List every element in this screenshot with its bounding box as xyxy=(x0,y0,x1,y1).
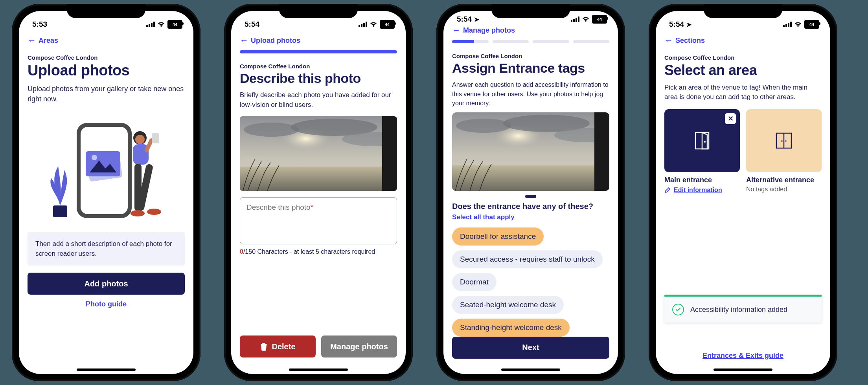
upload-illustration xyxy=(39,115,173,225)
check-icon xyxy=(672,304,684,315)
arrow-left-icon: ← xyxy=(664,36,673,45)
wifi-icon xyxy=(370,21,377,28)
venue-name: Compose Coffee London xyxy=(452,53,609,59)
back-button[interactable]: ← Upload photos xyxy=(240,36,397,45)
svg-rect-28 xyxy=(452,165,609,191)
next-button[interactable]: Next xyxy=(452,337,609,359)
venue-name: Compose Coffee London xyxy=(240,63,397,70)
photo-guide-link[interactable]: Photo guide xyxy=(86,300,127,308)
page-lead: Pick an area of the venue to tag! When t… xyxy=(664,83,822,102)
location-icon: ➤ xyxy=(474,16,479,23)
page-lead: Answer each question to add accessibilit… xyxy=(452,80,609,108)
edit-information-link[interactable]: Edit information xyxy=(664,187,740,194)
status-time: 5:54 xyxy=(457,15,472,24)
wifi-icon xyxy=(157,21,165,28)
progress-bar xyxy=(240,50,397,53)
double-door-icon xyxy=(773,130,794,151)
area-card-subtitle: No tags added xyxy=(746,186,822,193)
back-label: Upload photos xyxy=(251,37,300,45)
progress-bar xyxy=(452,40,609,43)
svg-point-15 xyxy=(147,209,161,215)
manage-photos-button[interactable]: Manage photos xyxy=(321,336,397,358)
area-card-main[interactable]: ✕ Main entrance Edit information xyxy=(664,109,740,194)
signal-icon xyxy=(571,16,579,22)
toast-success: Accessibility information added xyxy=(664,295,822,323)
phone-describe-photo: 5:54 44 ← Upload photos Compose Coffee L… xyxy=(224,4,413,381)
page-title: Describe this photo xyxy=(240,71,397,86)
phone-select-area: 5:54➤ 44 ← Sections Compose Coffee Londo… xyxy=(649,4,837,381)
door-open-icon xyxy=(691,130,713,151)
signal-icon xyxy=(146,22,155,27)
svg-rect-11 xyxy=(152,133,159,143)
tag-chip[interactable]: Doormat xyxy=(452,273,497,291)
svg-point-32 xyxy=(704,141,706,143)
status-time: 5:54 xyxy=(245,20,259,29)
placeholder-text: Describe this photo xyxy=(246,203,311,211)
back-button[interactable]: ← Sections xyxy=(664,36,822,45)
signal-icon xyxy=(359,22,367,27)
svg-point-18 xyxy=(244,123,299,137)
description-input[interactable]: Describe this photo* xyxy=(240,197,397,244)
area-card-title: Main entrance xyxy=(664,176,740,184)
pencil-icon xyxy=(664,187,671,193)
phone-assign-tags: 5:54➤ 44 ← Manage photos Compose C xyxy=(436,4,625,381)
delete-button[interactable]: Delete xyxy=(240,336,316,358)
arrow-left-icon: ← xyxy=(452,26,461,35)
tag-chip[interactable]: Secured access - requires staff to unloc… xyxy=(452,250,603,268)
phone-upload-photos: 5:53 44 ← Areas Compose Coffee London Up… xyxy=(12,4,200,381)
arrow-left-icon: ← xyxy=(240,36,248,45)
page-title: Assign Entrance tags xyxy=(452,61,609,75)
location-icon: ➤ xyxy=(686,21,691,28)
battery-icon: 44 xyxy=(804,20,819,29)
svg-point-36 xyxy=(785,140,787,142)
svg-point-35 xyxy=(781,140,783,142)
area-card-alt[interactable]: Alternative entrance No tags added xyxy=(746,109,822,194)
svg-rect-4 xyxy=(86,151,120,176)
photo-thumbnail xyxy=(240,116,397,191)
back-label: Sections xyxy=(675,37,705,45)
back-label: Manage photos xyxy=(463,26,515,35)
svg-marker-31 xyxy=(702,132,707,149)
svg-rect-22 xyxy=(382,116,397,191)
svg-point-25 xyxy=(456,119,511,133)
pager-indicator xyxy=(525,195,536,198)
close-icon[interactable]: ✕ xyxy=(725,113,736,124)
photo-thumbnail xyxy=(452,112,609,191)
tag-chips: Doorbell for assistanceSecured access - … xyxy=(452,227,609,337)
back-button[interactable]: ← Manage photos xyxy=(452,26,609,35)
page-title: Select an area xyxy=(664,62,822,78)
signal-icon xyxy=(783,22,792,27)
tag-chip[interactable]: Standing-height welcome desk xyxy=(452,319,570,337)
svg-point-14 xyxy=(131,210,145,216)
wifi-icon xyxy=(794,21,802,28)
svg-rect-21 xyxy=(240,167,397,191)
status-time: 5:53 xyxy=(32,20,47,29)
tag-chip[interactable]: Doorbell for assistance xyxy=(452,227,544,246)
back-label: Areas xyxy=(39,37,58,45)
question-hint: Select all that apply xyxy=(452,213,609,221)
wifi-icon xyxy=(582,16,590,22)
area-card-title: Alternative entrance xyxy=(746,176,822,184)
svg-point-8 xyxy=(135,135,145,144)
toast-text: Accessibility information added xyxy=(690,306,787,314)
svg-rect-29 xyxy=(594,112,609,191)
question-title: Does the entrance have any of these? xyxy=(452,202,609,211)
venue-name: Compose Coffee London xyxy=(28,54,185,61)
area-card-top xyxy=(746,109,822,172)
area-card-top: ✕ xyxy=(664,109,740,172)
battery-icon: 44 xyxy=(380,20,395,29)
status-time: 5:54 xyxy=(669,20,684,29)
svg-point-6 xyxy=(92,155,97,160)
arrow-left-icon: ← xyxy=(28,36,36,45)
info-box: Then add a short description of each pho… xyxy=(28,232,185,266)
add-photos-button[interactable]: Add photos xyxy=(28,273,185,295)
char-counter: 0/150 Characters - at least 5 characters… xyxy=(240,248,397,255)
venue-name: Compose Coffee London xyxy=(664,54,822,61)
page-lead: Briefly describe each photo you have add… xyxy=(240,90,397,110)
battery-icon: 44 xyxy=(167,20,182,29)
tag-chip[interactable]: Seated-height welcome desk xyxy=(452,296,564,314)
entrances-guide-link[interactable]: Entrances & Exits guide xyxy=(702,352,783,360)
svg-rect-0 xyxy=(53,205,67,217)
page-lead: Upload photos from your gallery or take … xyxy=(28,84,185,104)
back-button[interactable]: ← Areas xyxy=(28,36,185,45)
